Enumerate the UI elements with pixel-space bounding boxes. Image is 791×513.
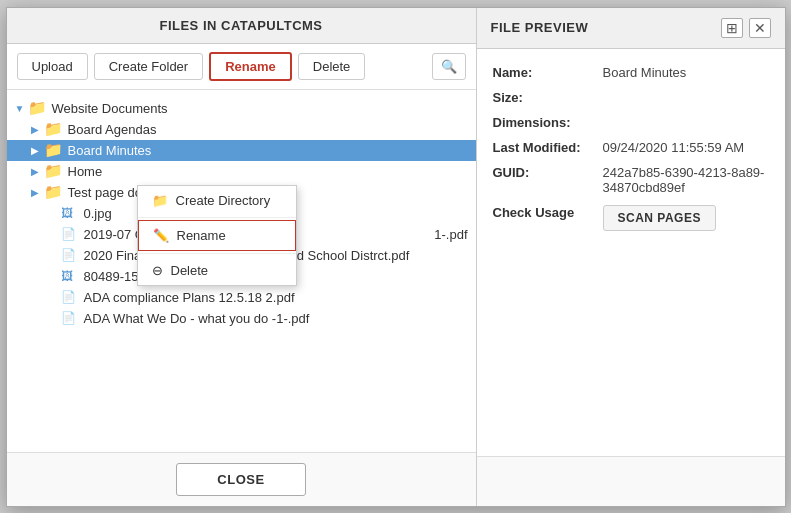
pencil-icon: ✏️ <box>153 228 169 243</box>
tree-item-ada-compliance[interactable]: ▶ 📄 ADA compliance Plans 12.5.18 2.pdf <box>7 287 476 308</box>
preview-dimensions-row: Dimensions: <box>493 115 769 130</box>
right-footer <box>477 456 785 506</box>
preview-name-row: Name: Board Minutes <box>493 65 769 80</box>
preview-content: Name: Board Minutes Size: Dimensions: La… <box>477 49 785 456</box>
tree-label-suffix: 1-.pdf <box>434 227 467 242</box>
arrow-icon: ▶ <box>31 145 43 156</box>
context-menu: 📁 Create Directory ✏️ Rename ⊖ Delete <box>137 185 297 286</box>
name-value: Board Minutes <box>603 65 687 80</box>
context-menu-divider-2 <box>138 253 296 254</box>
preview-guid-row: GUID: 242a7b85-6390-4213-8a89-34870cbd89… <box>493 165 769 195</box>
right-panel: FILE PREVIEW ⊞ ✕ Name: Board Minutes Siz… <box>477 8 785 506</box>
dimensions-label: Dimensions: <box>493 115 603 130</box>
tree-label: Home <box>68 164 103 179</box>
context-menu-delete[interactable]: ⊖ Delete <box>138 256 296 285</box>
folder-icon: 📁 <box>45 143 63 157</box>
arrow-icon: ▶ <box>31 124 43 135</box>
expand-icon[interactable]: ⊞ <box>721 18 743 38</box>
image-file-icon: 🖼 <box>61 269 79 283</box>
left-footer: CLOSE <box>7 452 476 506</box>
scan-pages-button[interactable]: SCAN PAGES <box>603 205 716 231</box>
context-menu-rename[interactable]: ✏️ Rename <box>138 220 296 251</box>
name-label: Name: <box>493 65 603 80</box>
pdf-file-icon: 📄 <box>61 227 79 241</box>
tree-item-board-minutes[interactable]: ▶ 📁 Board Minutes <box>7 140 476 161</box>
preview-lastmodified-row: Last Modified: 09/24/2020 11:55:59 AM <box>493 140 769 155</box>
create-folder-button[interactable]: Create Folder <box>94 53 203 80</box>
right-panel-header: FILE PREVIEW ⊞ ✕ <box>477 8 785 49</box>
arrow-icon: ▶ <box>31 187 43 198</box>
search-button[interactable]: 🔍 <box>432 53 466 80</box>
arrow-icon: ▼ <box>15 103 27 114</box>
delete-button[interactable]: Delete <box>298 53 366 80</box>
context-menu-label: Delete <box>171 263 209 278</box>
upload-button[interactable]: Upload <box>17 53 88 80</box>
size-label: Size: <box>493 90 603 105</box>
arrow-icon: ▶ <box>31 166 43 177</box>
close-button[interactable]: CLOSE <box>176 463 305 496</box>
delete-icon: ⊖ <box>152 263 163 278</box>
context-menu-label: Rename <box>177 228 226 243</box>
tree-item-ada-what-we-do[interactable]: ▶ 📄 ADA What We Do - what you do -1-.pdf <box>7 308 476 329</box>
preview-size-row: Size: <box>493 90 769 105</box>
folder-create-icon: 📁 <box>152 193 168 208</box>
pdf-file-icon: 📄 <box>61 290 79 304</box>
pdf-file-icon: 📄 <box>61 311 79 325</box>
pdf-file-icon: 📄 <box>61 248 79 262</box>
tree-item-board-agendas[interactable]: ▶ 📁 Board Agendas <box>7 119 476 140</box>
folder-icon: 📁 <box>45 122 63 136</box>
tree-item-home[interactable]: ▶ 📁 Home <box>7 161 476 182</box>
tree-label: Board Agendas <box>68 122 157 137</box>
right-panel-title: FILE PREVIEW <box>491 20 589 35</box>
context-menu-label: Create Directory <box>176 193 271 208</box>
left-panel-title: FILES IN CATAPULTCMS <box>7 8 476 44</box>
tree-label: 0.jpg <box>84 206 112 221</box>
rename-button[interactable]: Rename <box>209 52 292 81</box>
file-tree[interactable]: ▼ 📁 Website Documents ▶ 📁 Board Agendas … <box>7 90 476 452</box>
close-icon[interactable]: ✕ <box>749 18 771 38</box>
left-panel: FILES IN CATAPULTCMS Upload Create Folde… <box>7 8 477 506</box>
folder-icon: 📁 <box>45 164 63 178</box>
tree-label: ADA What We Do - what you do -1-.pdf <box>84 311 310 326</box>
modal-container: FILES IN CATAPULTCMS Upload Create Folde… <box>6 7 786 507</box>
tree-label: Board Minutes <box>68 143 152 158</box>
guid-label: GUID: <box>493 165 603 195</box>
tree-label: ADA compliance Plans 12.5.18 2.pdf <box>84 290 295 305</box>
lastmodified-value: 09/24/2020 11:55:59 AM <box>603 140 745 155</box>
tree-label: Website Documents <box>52 101 168 116</box>
header-icons: ⊞ ✕ <box>721 18 771 38</box>
guid-value: 242a7b85-6390-4213-8a89-34870cbd89ef <box>603 165 765 195</box>
image-file-icon: 🖼 <box>61 206 79 220</box>
tree-item-website-documents[interactable]: ▼ 📁 Website Documents <box>7 98 476 119</box>
toolbar: Upload Create Folder Rename Delete 🔍 <box>7 44 476 90</box>
context-menu-divider <box>138 217 296 218</box>
checkusage-label: Check Usage <box>493 205 603 231</box>
lastmodified-label: Last Modified: <box>493 140 603 155</box>
preview-checkusage-row: Check Usage SCAN PAGES <box>493 205 769 231</box>
context-menu-create-directory[interactable]: 📁 Create Directory <box>138 186 296 215</box>
folder-icon: 📁 <box>29 101 47 115</box>
folder-icon: 📁 <box>45 185 63 199</box>
